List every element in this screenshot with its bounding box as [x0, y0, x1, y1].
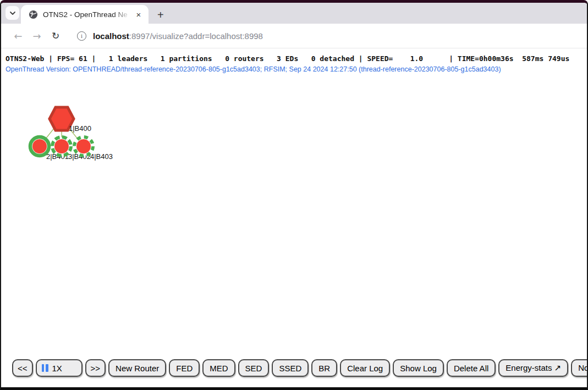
clear-log-button[interactable]: Clear Log — [340, 359, 390, 377]
url-path: :8997/visualize?addr=localhost:8998 — [129, 31, 263, 41]
add-ssed-button[interactable]: SSED — [272, 359, 309, 377]
add-fed-button[interactable]: FED — [169, 359, 200, 377]
add-sed-button[interactable]: SED — [238, 359, 270, 377]
end-device-circle[interactable] — [76, 139, 91, 153]
show-log-button[interactable]: Show Log — [393, 359, 444, 377]
network-canvas: 1|B400 2|B401 3|B402 4|B403 — [1, 48, 587, 387]
otns-page: OTNS2-Web | FPS= 61 | 1 leaders 1 partit… — [1, 48, 587, 387]
end-device-circle[interactable] — [54, 139, 69, 153]
url-text: localhost:8997/visualize?addr=localhost:… — [93, 31, 263, 41]
tab-title: OTNS2 - OpenThread Ne — [43, 10, 133, 19]
url-host: localhost — [93, 31, 129, 41]
address-bar[interactable]: i localhost:8997/visualize?addr=localhos… — [77, 31, 263, 41]
simulation-status-line: OTNS2-Web | FPS= 61 | 1 leaders 1 partit… — [1, 48, 587, 63]
node-leader-1-b400[interactable]: 1|B400 — [50, 107, 91, 133]
tab-strip: OTNS2 - OpenThread Ne × + — [1, 3, 587, 24]
new-router-button[interactable]: New Router — [108, 359, 166, 377]
tab-list-button[interactable] — [6, 6, 19, 20]
new-tab-button[interactable]: + — [155, 9, 166, 20]
step-back-button[interactable]: << — [12, 359, 33, 377]
reload-button[interactable]: ↻ — [46, 30, 65, 41]
speed-button[interactable]: 1X — [36, 359, 83, 377]
add-br-button[interactable]: BR — [311, 359, 337, 377]
browser-navbar: ← → ↻ i localhost:8997/visualize?addr=lo… — [1, 24, 587, 48]
add-med-button[interactable]: MED — [202, 359, 235, 377]
tab-close-icon[interactable]: × — [133, 10, 144, 19]
chevron-down-icon — [9, 9, 16, 17]
site-info-icon[interactable]: i — [77, 31, 86, 41]
browser-tab-active[interactable]: OTNS2 - OpenThread Ne × — [21, 5, 149, 24]
globe-favicon-icon — [29, 10, 38, 19]
forward-button[interactable]: → — [28, 30, 46, 42]
end-device-circle[interactable] — [32, 139, 47, 153]
pause-icon — [42, 364, 48, 372]
node-stats-button[interactable]: Node-stats ↗ — [571, 359, 588, 377]
speed-label: 1X — [52, 364, 62, 373]
node-label: 4|B403 — [90, 152, 113, 161]
openthread-version-line: OpenThread Version: OPENTHREAD/thread-re… — [1, 63, 587, 74]
back-button[interactable]: ← — [9, 30, 28, 42]
browser-window: OTNS2 - OpenThread Ne × + ← → ↻ i localh… — [0, 0, 588, 390]
node-label: 1|B400 — [69, 124, 91, 133]
delete-all-button[interactable]: Delete All — [447, 359, 496, 377]
simulation-controls: << 1X >> New Router FED MED SED SSED BR … — [12, 359, 588, 377]
energy-stats-button[interactable]: Energy-stats ↗ — [498, 359, 568, 377]
step-forward-button[interactable]: >> — [85, 359, 106, 377]
